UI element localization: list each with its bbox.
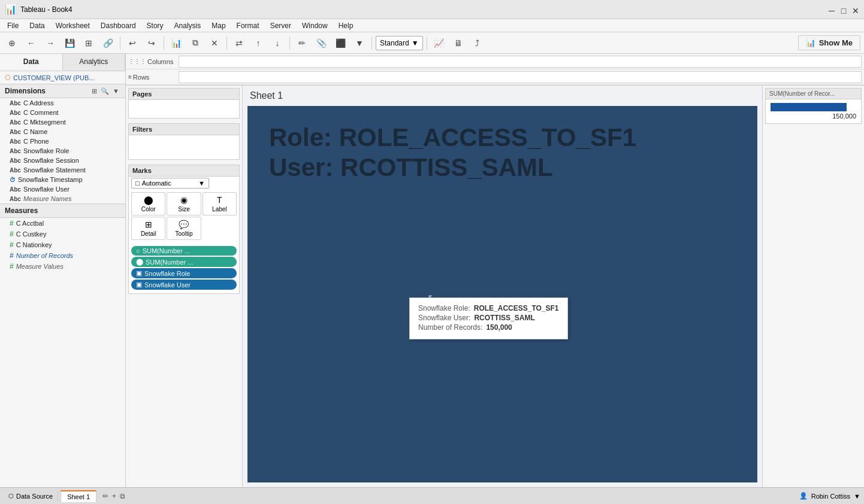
tab-data[interactable]: Data — [0, 54, 63, 71]
dimensions-menu-button[interactable]: ▼ — [111, 87, 120, 95]
field-number-of-records[interactable]: #Number of Records — [0, 250, 125, 261]
chart-type-button[interactable]: 📈 — [431, 35, 448, 51]
field-c-custkey[interactable]: #C Custkey — [0, 229, 125, 239]
field-c-mktsegment[interactable]: AbcC Mktsegment — [0, 117, 125, 127]
center-area: ⋮⋮⋮ Columns ≡ Rows Pages — [126, 54, 864, 487]
sheet-edit-button[interactable]: ✏ — [101, 492, 110, 500]
label-marks-label: Label — [212, 206, 226, 212]
data-source-icon: ⬡ — [5, 74, 11, 81]
redo-button[interactable]: ↪ — [143, 35, 160, 51]
dimensions-actions: ⊞ 🔍 ▼ — [90, 87, 120, 95]
toolbar: ⊕ ← → 💾 ⊞ 🔗 ↩ ↪ 📊 ⧉ ✕ ⇄ ↑ ↓ ✏ 📎 ⬛ ▼ Stan… — [0, 32, 864, 54]
show-me-button[interactable]: 📊 Show Me — [798, 35, 860, 50]
filters-panel-body[interactable] — [129, 135, 239, 159]
user-value: RCOTTISS_SAML — [340, 153, 553, 181]
swap-button[interactable]: ⇄ — [231, 35, 247, 51]
dimensions-grid-view-button[interactable]: ⊞ — [90, 87, 98, 95]
home-button[interactable]: ⊕ — [4, 35, 20, 51]
sort-desc-button[interactable]: ↓ — [269, 35, 286, 51]
tooltip-marks-icon: 💬 — [179, 220, 189, 229]
field-snowflake-user[interactable]: AbcSnowflake User — [0, 184, 125, 194]
marks-type-dropdown[interactable]: □ Automatic ▼ — [131, 178, 209, 189]
separator-4 — [289, 37, 290, 50]
minimize-button[interactable]: ─ — [828, 6, 835, 13]
dimensions-search-button[interactable]: 🔍 — [99, 87, 110, 95]
marks-pill-user[interactable]: ▣ Snowflake User — [131, 280, 237, 290]
field-c-phone[interactable]: AbcC Phone — [0, 136, 125, 146]
viz-view[interactable]: Role: ROLE_ACCESS_TO_SF1 User: RCOTTISS_… — [247, 106, 757, 482]
field-snowflake-statement[interactable]: AbcSnowflake Statement — [0, 165, 125, 175]
field-measure-values[interactable]: #Measure Values — [0, 261, 125, 272]
menu-worksheet[interactable]: Worksheet — [51, 20, 95, 31]
save-button[interactable]: 💾 — [61, 35, 78, 51]
dimensions-label: Dimensions — [5, 87, 46, 95]
tooltip-marks-label: Tooltip — [176, 230, 193, 237]
marks-pill-sum1[interactable]: ○ SUM(Number ... — [131, 246, 237, 256]
field-c-address[interactable]: AbcC Address — [0, 98, 125, 108]
connect-button[interactable]: 🔗 — [99, 35, 116, 51]
annotate-button[interactable]: 📎 — [313, 35, 330, 51]
marks-pill-sum2[interactable]: ⬤ SUM(Number ... — [131, 257, 237, 267]
field-c-name[interactable]: AbcC Name — [0, 127, 125, 136]
share-button[interactable]: ⤴ — [469, 35, 486, 51]
undo-button[interactable]: ↩ — [124, 35, 141, 51]
rows-shelf-content[interactable] — [179, 71, 862, 83]
marks-label-button[interactable]: T Label — [203, 192, 237, 215]
highlight-button[interactable]: ✏ — [294, 35, 310, 51]
preview-button[interactable]: ▼ — [351, 35, 368, 51]
field-snowflake-timestamp[interactable]: ⏱Snowflake Timestamp — [0, 175, 125, 184]
viz-user-text: User: RCOTTISS_SAML — [269, 153, 553, 182]
data-source-name: CUSTOMER_VIEW (PUB... — [13, 74, 94, 81]
field-measure-names[interactable]: AbcMeasure Names — [0, 194, 125, 204]
menu-file[interactable]: File — [2, 20, 23, 31]
menu-server[interactable]: Server — [265, 20, 296, 31]
sheet-1-tab[interactable]: Sheet 1 — [61, 490, 96, 502]
tooltip-records-label: Number of Records: — [418, 323, 482, 332]
menu-map[interactable]: Map — [207, 20, 230, 31]
field-c-acctbal[interactable]: #C Acctbal — [0, 218, 125, 229]
marks-tooltip-button[interactable]: 💬 Tooltip — [167, 217, 201, 240]
tooltip-button[interactable]: ⬛ — [332, 35, 349, 51]
menu-story[interactable]: Story — [142, 20, 168, 31]
menu-analysis[interactable]: Analysis — [170, 20, 206, 31]
marks-detail-button[interactable]: ⊞ Detail — [131, 217, 165, 240]
sort-asc-button[interactable]: ↑ — [250, 35, 267, 51]
menu-data[interactable]: Data — [25, 20, 49, 31]
field-c-comment[interactable]: AbcC Comment — [0, 108, 125, 117]
measures-section-header: Measures — [0, 204, 125, 218]
data-source-item[interactable]: ⬡ CUSTOMER_VIEW (PUB... — [0, 71, 125, 84]
field-snowflake-session[interactable]: AbcSnowflake Session — [0, 156, 125, 165]
field-type-icon: Abc — [10, 110, 21, 116]
menu-dashboard[interactable]: Dashboard — [96, 20, 141, 31]
add-datasource-button[interactable]: ⊞ — [80, 35, 97, 51]
data-source-tab[interactable]: ⬡ Data Source — [4, 491, 58, 502]
device-button[interactable]: 🖥 — [450, 35, 467, 51]
clear-button[interactable]: ✕ — [206, 35, 223, 51]
back-button[interactable]: ← — [23, 35, 40, 51]
field-type-icon: Abc — [10, 119, 21, 126]
menu-format[interactable]: Format — [232, 20, 264, 31]
marks-size-button[interactable]: ◉ Size — [167, 192, 201, 215]
size-marks-label: Size — [178, 206, 189, 212]
sheet-duplicate-button[interactable]: ⧉ — [119, 492, 126, 500]
columns-shelf-content[interactable] — [179, 56, 862, 68]
left-panel: Data Analytics ⬡ CUSTOMER_VIEW (PUB... D… — [0, 54, 126, 487]
marks-pill-role[interactable]: ▣ Snowflake Role — [131, 268, 237, 278]
field-snowflake-role[interactable]: AbcSnowflake Role — [0, 146, 125, 156]
field-type-icon: # — [10, 241, 14, 249]
sheet-add-button[interactable]: + — [111, 492, 117, 500]
forward-button[interactable]: → — [42, 35, 59, 51]
tab-analytics[interactable]: Analytics — [63, 54, 126, 71]
menu-help[interactable]: Help — [334, 20, 358, 31]
show-me-label: Show Me — [819, 38, 853, 47]
maximize-button[interactable]: □ — [840, 6, 847, 13]
tooltip-row-records: Number of Records: 150,000 — [418, 323, 559, 332]
field-c-nationkey[interactable]: #C Nationkey — [0, 239, 125, 250]
marks-color-button[interactable]: ⬤ Color — [131, 192, 165, 215]
new-worksheet-button[interactable]: 📊 — [168, 35, 185, 51]
menu-window[interactable]: Window — [297, 20, 333, 31]
close-button[interactable]: ✕ — [852, 6, 859, 13]
standard-dropdown[interactable]: Standard ▼ — [376, 36, 423, 50]
field-type-icon: Abc — [10, 196, 21, 202]
duplicate-button[interactable]: ⧉ — [187, 35, 204, 51]
